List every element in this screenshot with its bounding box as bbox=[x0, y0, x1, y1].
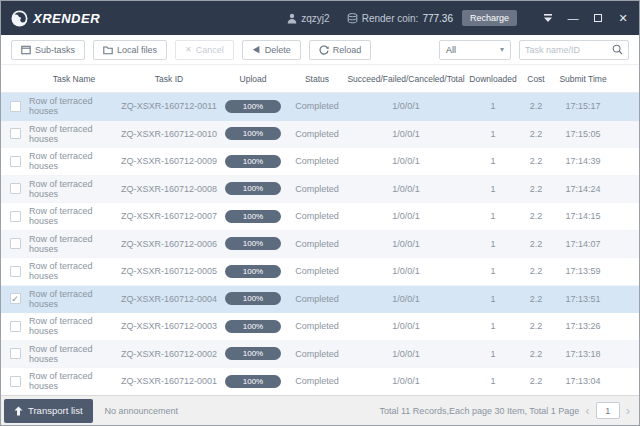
upload-progress-pill: 100% bbox=[225, 292, 281, 305]
row-checkbox[interactable] bbox=[10, 266, 21, 277]
cell-task-name: Row of terraced houses bbox=[29, 344, 119, 364]
table-row[interactable]: Row of terraced housesZQ-XSXR-160712-000… bbox=[1, 341, 639, 369]
cell-succeed-failed-canceled-total: 1/0/0/1 bbox=[347, 129, 465, 139]
row-checkbox-cell bbox=[1, 128, 29, 139]
row-checkbox-cell: ✓ bbox=[1, 293, 29, 304]
cell-cost: 2.2 bbox=[521, 156, 551, 166]
delete-icon bbox=[252, 45, 261, 54]
maximize-button[interactable] bbox=[592, 12, 604, 24]
cell-succeed-failed-canceled-total: 1/0/0/1 bbox=[347, 294, 465, 304]
row-checkbox[interactable] bbox=[10, 183, 21, 194]
table-row[interactable]: Row of terraced housesZQ-XSXR-160712-001… bbox=[1, 93, 639, 121]
cell-task-name: Row of terraced houses bbox=[29, 234, 119, 254]
cell-submit-time: 17:13:59 bbox=[551, 266, 639, 276]
column-header-task-name: Task Name bbox=[29, 74, 119, 84]
row-checkbox-cell bbox=[1, 266, 29, 277]
upload-progress-pill: 100% bbox=[225, 127, 281, 140]
table-row[interactable]: Row of terraced housesZQ-XSXR-160712-000… bbox=[1, 258, 639, 286]
cancel-button[interactable]: ✕ Cancel bbox=[175, 40, 234, 60]
local-files-button[interactable]: Local files bbox=[93, 40, 167, 60]
recharge-button[interactable]: Recharge bbox=[462, 10, 517, 26]
cell-submit-time: 17:15:17 bbox=[551, 101, 639, 111]
table-row[interactable]: Row of terraced housesZQ-XSXR-160712-000… bbox=[1, 231, 639, 259]
table-row[interactable]: Row of terraced housesZQ-XSXR-160712-000… bbox=[1, 203, 639, 231]
cell-task-name: Row of terraced houses bbox=[29, 179, 119, 199]
delete-button[interactable]: Delete bbox=[242, 40, 301, 60]
search-input[interactable] bbox=[525, 45, 609, 55]
row-checkbox[interactable] bbox=[10, 376, 21, 387]
cell-submit-time: 17:14:24 bbox=[551, 184, 639, 194]
cell-submit-time: 17:13:26 bbox=[551, 321, 639, 331]
cell-succeed-failed-canceled-total: 1/0/0/1 bbox=[347, 376, 465, 386]
row-checkbox[interactable]: ✓ bbox=[10, 293, 21, 304]
row-checkbox-cell bbox=[1, 183, 29, 194]
prev-page-icon[interactable]: ‹ bbox=[584, 404, 590, 417]
user-account[interactable]: zqzyj2 bbox=[287, 13, 329, 24]
cell-upload: 100% bbox=[219, 210, 287, 223]
close-button[interactable]: ✕ bbox=[617, 12, 629, 24]
reload-button[interactable]: Reload bbox=[309, 40, 372, 60]
cell-submit-time: 17:13:18 bbox=[551, 349, 639, 359]
minimize-button[interactable]: — bbox=[567, 12, 579, 24]
row-checkbox-cell bbox=[1, 376, 29, 387]
search-box bbox=[519, 40, 629, 60]
filter-dropdown[interactable]: All ▾ bbox=[439, 40, 511, 60]
cell-downloaded: 1 bbox=[465, 184, 521, 194]
cell-task-id: ZQ-XSXR-160712-0003 bbox=[119, 321, 219, 331]
cell-status: Completed bbox=[287, 239, 347, 249]
column-header-submit-time: Submit Time bbox=[551, 74, 639, 84]
table-row[interactable]: Row of terraced housesZQ-XSXR-160712-000… bbox=[1, 148, 639, 176]
cell-downloaded: 1 bbox=[465, 129, 521, 139]
search-icon[interactable] bbox=[612, 44, 623, 55]
cell-task-name: Row of terraced houses bbox=[29, 151, 119, 171]
table-row[interactable]: Row of terraced housesZQ-XSXR-160712-000… bbox=[1, 176, 639, 204]
row-checkbox[interactable] bbox=[10, 128, 21, 139]
row-checkbox[interactable] bbox=[10, 238, 21, 249]
cell-upload: 100% bbox=[219, 155, 287, 168]
row-checkbox[interactable] bbox=[10, 348, 21, 359]
cell-upload: 100% bbox=[219, 100, 287, 113]
xrender-swirl-logo-icon bbox=[11, 10, 28, 27]
cell-cost: 2.2 bbox=[521, 101, 551, 111]
cell-upload: 100% bbox=[219, 265, 287, 278]
row-checkbox[interactable] bbox=[10, 156, 21, 167]
table-row[interactable]: Row of terraced housesZQ-XSXR-160712-001… bbox=[1, 121, 639, 149]
cell-cost: 2.2 bbox=[521, 129, 551, 139]
row-checkbox-cell bbox=[1, 348, 29, 359]
row-checkbox[interactable] bbox=[10, 101, 21, 112]
main-menu-icon[interactable] bbox=[542, 12, 554, 24]
row-checkbox[interactable] bbox=[10, 321, 21, 332]
cell-task-id: ZQ-XSXR-160712-0005 bbox=[119, 266, 219, 276]
app-window: XRENDER zqzyj2 Render bbox=[0, 0, 640, 426]
render-coin: Render coin: 777.36 bbox=[347, 13, 453, 24]
cell-task-name: Row of terraced houses bbox=[29, 206, 119, 226]
cell-downloaded: 1 bbox=[465, 376, 521, 386]
page-number-input[interactable]: 1 bbox=[596, 402, 620, 419]
cell-task-id: ZQ-XSXR-160712-0001 bbox=[119, 376, 219, 386]
sub-tasks-button[interactable]: Sub-tasks bbox=[11, 40, 85, 60]
cell-downloaded: 1 bbox=[465, 211, 521, 221]
upload-progress-pill: 100% bbox=[225, 210, 281, 223]
upload-progress-pill: 100% bbox=[225, 155, 281, 168]
cell-status: Completed bbox=[287, 294, 347, 304]
cell-submit-time: 17:14:15 bbox=[551, 211, 639, 221]
next-page-icon[interactable]: › bbox=[625, 404, 631, 417]
reload-icon bbox=[319, 45, 329, 55]
row-checkbox[interactable] bbox=[10, 211, 21, 222]
cell-task-id: ZQ-XSXR-160712-0010 bbox=[119, 129, 219, 139]
row-checkbox-cell bbox=[1, 101, 29, 112]
titlebar: XRENDER zqzyj2 Render bbox=[1, 1, 639, 35]
cell-submit-time: 17:14:07 bbox=[551, 239, 639, 249]
row-checkbox-cell bbox=[1, 321, 29, 332]
cell-task-id: ZQ-XSXR-160712-0004 bbox=[119, 294, 219, 304]
cancel-x-icon: ✕ bbox=[185, 45, 192, 54]
table-row[interactable]: ✓Row of terraced housesZQ-XSXR-160712-00… bbox=[1, 286, 639, 314]
column-header-upload: Upload bbox=[219, 74, 287, 84]
cell-task-id: ZQ-XSXR-160712-0011 bbox=[119, 101, 219, 111]
transport-list-button[interactable]: Transport list bbox=[4, 399, 93, 423]
cell-task-name: Row of terraced houses bbox=[29, 96, 119, 116]
cell-cost: 2.2 bbox=[521, 266, 551, 276]
cell-downloaded: 1 bbox=[465, 349, 521, 359]
table-row[interactable]: Row of terraced housesZQ-XSXR-160712-000… bbox=[1, 313, 639, 341]
table-row[interactable]: Row of terraced housesZQ-XSXR-160712-000… bbox=[1, 368, 639, 395]
